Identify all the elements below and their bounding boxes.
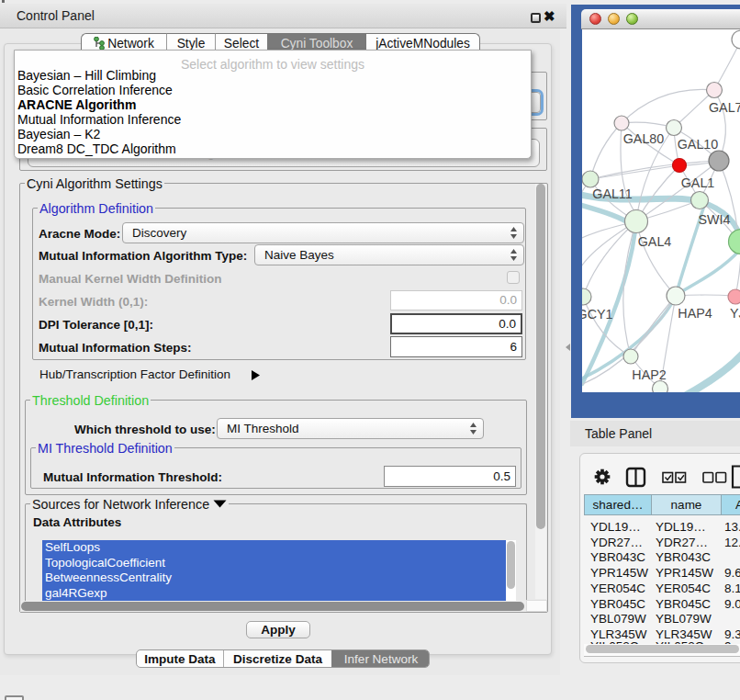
svg-text:SWI4: SWI4 [699,212,731,227]
svg-text:YJL219W: YJL219W [730,306,740,321]
svg-text:HAP4: HAP4 [678,306,712,321]
svg-text:GAL7: GAL7 [709,100,740,115]
svg-text:GAL4: GAL4 [638,234,672,249]
svg-text:GAL80: GAL80 [623,131,665,146]
svg-text:GAL1: GAL1 [681,175,715,190]
svg-text:HAP2: HAP2 [632,367,666,382]
svg-text:GCY1: GCY1 [582,307,613,322]
svg-text:GAL10: GAL10 [678,137,719,152]
svg-text:GAL11: GAL11 [592,186,632,201]
